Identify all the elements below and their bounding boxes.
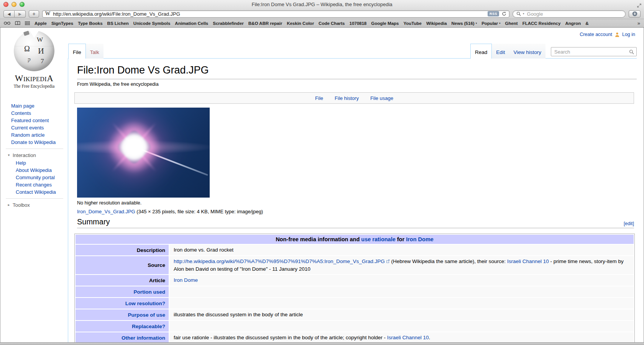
wikipedia-wordmark: WikipediA: [0, 74, 68, 83]
title-bar[interactable]: File:Iron Dome Vs Grad.JPG – Wikipedia, …: [0, 0, 644, 9]
bookmark-item[interactable]: Scrabblefinder: [213, 21, 244, 26]
row-label-link[interactable]: Low resolution?: [125, 301, 165, 306]
page-title: File:Iron Dome Vs Grad.JPG: [77, 64, 637, 79]
file-nav-link[interactable]: File usage: [370, 95, 393, 101]
fullscreen-icon[interactable]: [637, 2, 641, 9]
row-label-link[interactable]: Purpose of use: [128, 312, 165, 318]
edit-section: [edit]: [624, 221, 634, 226]
bookmark-item[interactable]: Apple: [34, 21, 47, 26]
bookmark-item[interactable]: Google Maps: [371, 21, 399, 26]
bookmark-item[interactable]: B&O ABR repair: [248, 21, 282, 26]
wiki-search-input[interactable]: [554, 49, 629, 55]
create-account-link[interactable]: Create account: [580, 32, 612, 37]
row-label-link[interactable]: Portion used: [133, 289, 165, 295]
file-image[interactable]: [77, 108, 210, 198]
downloads-button[interactable]: [629, 10, 641, 18]
bookmark-label: B&O ABR repair: [248, 21, 282, 26]
header-link[interactable]: use rationale: [361, 236, 395, 242]
sidebar-item-main-page[interactable]: Main page: [0, 102, 68, 110]
bookmark-label: BS Lichen: [107, 21, 129, 26]
bookmark-item[interactable]: YouTube: [403, 21, 421, 26]
file-nav-link[interactable]: File history: [335, 95, 359, 101]
search-icon[interactable]: [629, 49, 634, 54]
value-text: (Hebrew Wikipedia the same article), the…: [390, 258, 507, 264]
bookmark-item[interactable]: BS Lichen: [107, 21, 129, 26]
bookmark-item[interactable]: Animation Cells: [175, 21, 208, 26]
bookmark-item[interactable]: FLACC Residency: [522, 21, 561, 26]
bookmark-label: SignTypes: [51, 21, 73, 26]
bookmark-item[interactable]: News (516)▾: [452, 21, 477, 26]
row-label: Description: [137, 247, 165, 253]
bookmark-label: Unicode Symbols: [133, 21, 171, 26]
bookmark-item[interactable]: &: [585, 21, 588, 26]
sidebar-item-current-events[interactable]: Current events: [0, 124, 68, 131]
sidebar-item-donate-to-wikipedia[interactable]: Donate to Wikipedia: [0, 139, 68, 146]
bookmark-item[interactable]: Type Books: [78, 21, 102, 26]
top-sites-grid-icon[interactable]: [25, 21, 30, 25]
bookmarks-overflow-chevron[interactable]: »: [637, 20, 640, 26]
log-in-link[interactable]: Log in: [622, 32, 635, 37]
sidebar-item-featured-content[interactable]: Featured content: [0, 117, 68, 124]
bookmark-item[interactable]: Popular▾: [481, 21, 500, 26]
wikipedia-logo[interactable]: W Ω И 7 ק WikipediA The Free Encyclopedi…: [0, 28, 68, 88]
bookmark-item[interactable]: Code Charts: [319, 21, 345, 26]
sidebar-section-interaction[interactable]: ▼ Interaction: [0, 151, 68, 159]
personal-bar: Create account Log in: [580, 32, 635, 37]
value-link[interactable]: Israeli Channel 10: [387, 335, 429, 340]
bookmark-item[interactable]: Wikipedia: [426, 21, 447, 26]
file-nav-link[interactable]: File: [315, 95, 323, 101]
summary-heading-row: Summary [edit]: [77, 217, 634, 228]
edit-section-link[interactable]: edit: [625, 221, 632, 226]
sidebar-item-about-wikipedia[interactable]: About Wikipedia: [0, 167, 68, 174]
sidebar-item-contact-wikipedia[interactable]: Contact Wikipedia: [0, 188, 68, 196]
value-text: fair use rationle - illustrates the disc…: [174, 335, 387, 340]
bookmarks-book-icon[interactable]: [15, 21, 20, 25]
tab-view-history[interactable]: View history: [509, 44, 545, 59]
rss-button[interactable]: RSS: [488, 11, 499, 16]
new-tab-button[interactable]: +: [29, 10, 39, 18]
file-meta: (345 × 235 pixels, file size: 4 KB, MIME…: [135, 209, 263, 214]
file-name-link[interactable]: Iron_Dome_Vs_Grad.JPG: [77, 209, 135, 214]
header-link[interactable]: Iron Dome: [406, 236, 434, 242]
summary-heading: Summary: [77, 217, 110, 226]
bookmark-item[interactable]: Unicode Symbols: [133, 21, 171, 26]
row-label-link[interactable]: Replaceable?: [132, 324, 165, 329]
reload-icon[interactable]: [502, 11, 506, 16]
value-link[interactable]: http://he.wikipedia.org/wiki/%D7%A7%D7%9…: [174, 258, 385, 264]
tab-file[interactable]: File: [68, 44, 86, 59]
tab-talk[interactable]: Talk: [86, 44, 104, 59]
bookmark-item[interactable]: Angron: [565, 21, 581, 26]
row-value-cell: [169, 298, 634, 309]
bookmark-item[interactable]: 1070818: [349, 21, 366, 26]
bookmark-item[interactable]: Ghent: [505, 21, 518, 26]
reading-list-icon[interactable]: [4, 21, 10, 25]
address-bar[interactable]: W http://en.wikipedia.org/wiki/File:Iron…: [42, 10, 509, 18]
tab-edit[interactable]: Edit: [492, 44, 509, 59]
external-link-icon: [386, 259, 390, 263]
value-text: illustrates the discussed system in the …: [174, 312, 303, 317]
wiki-search-box[interactable]: [551, 47, 637, 56]
bookmark-item[interactable]: SignTypes: [51, 21, 73, 26]
sidebar-item-contents[interactable]: Contents: [0, 110, 68, 117]
value-text: .: [429, 335, 430, 340]
sidebar-item-community-portal[interactable]: Community portal: [0, 174, 68, 181]
url-text[interactable]: http://en.wikipedia.org/wiki/File:Iron_D…: [53, 11, 180, 17]
tab-read[interactable]: Read: [470, 44, 492, 59]
value-link[interactable]: Iron Dome: [174, 277, 198, 283]
sidebar-item-help[interactable]: Help: [0, 159, 68, 167]
page-subtitle: From Wikipedia, the free encyclopedia: [77, 82, 637, 87]
row-label-link[interactable]: Other information: [122, 335, 165, 341]
row-value-cell: [169, 286, 634, 297]
bookmark-label: 1070818: [349, 21, 366, 26]
sidebar-item-recent-changes[interactable]: Recent changes: [0, 181, 68, 188]
value-link[interactable]: Israeli Channel 10: [507, 258, 549, 264]
row-value-cell: Iron dome vs. Grad rocket: [169, 245, 634, 255]
forward-button[interactable]: ▶: [15, 10, 26, 18]
bookmark-item[interactable]: Keskin Color: [287, 21, 314, 26]
table-row: Replaceable?: [76, 321, 634, 332]
back-button[interactable]: ◀: [3, 10, 15, 18]
sidebar-item-random-article[interactable]: Random article: [0, 131, 68, 139]
google-search-field[interactable]: ▾: [513, 10, 626, 18]
google-search-input[interactable]: [526, 11, 622, 17]
sidebar-section-toolbox[interactable]: ► Toolbox: [0, 201, 68, 209]
